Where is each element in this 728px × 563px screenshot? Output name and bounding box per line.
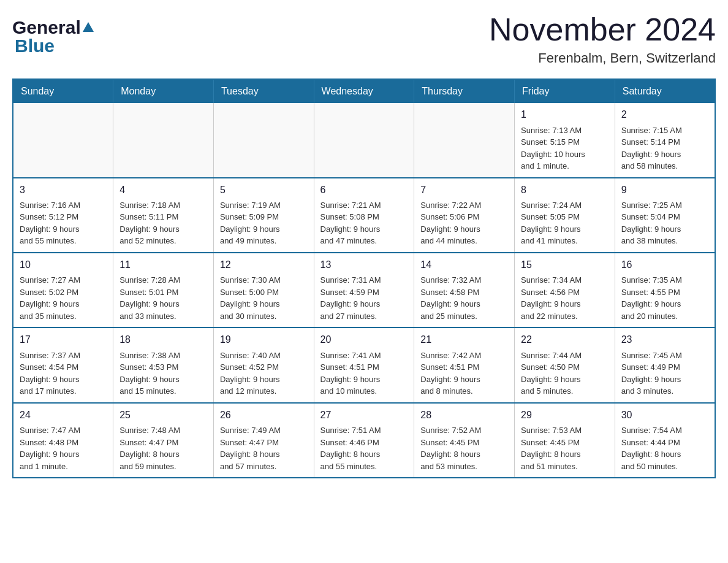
day-number: 8 xyxy=(521,183,609,197)
day-info: Sunrise: 7:22 AM Sunset: 5:06 PM Dayligh… xyxy=(420,199,508,247)
month-title: November 2024 xyxy=(489,12,716,47)
day-number: 26 xyxy=(220,408,308,422)
day-number: 25 xyxy=(119,408,207,422)
day-info: Sunrise: 7:24 AM Sunset: 5:05 PM Dayligh… xyxy=(521,199,609,247)
day-number: 9 xyxy=(621,183,708,197)
day-info: Sunrise: 7:49 AM Sunset: 4:47 PM Dayligh… xyxy=(220,424,308,472)
day-number: 16 xyxy=(621,258,708,272)
logo-general-text: General xyxy=(12,18,81,37)
calendar-cell: 24Sunrise: 7:47 AM Sunset: 4:48 PM Dayli… xyxy=(13,403,113,478)
svg-marker-0 xyxy=(83,22,94,32)
day-info: Sunrise: 7:41 AM Sunset: 4:51 PM Dayligh… xyxy=(320,350,408,397)
day-number: 28 xyxy=(420,408,508,422)
day-info: Sunrise: 7:32 AM Sunset: 4:58 PM Dayligh… xyxy=(420,274,508,322)
day-info: Sunrise: 7:25 AM Sunset: 5:04 PM Dayligh… xyxy=(621,199,708,247)
day-info: Sunrise: 7:13 AM Sunset: 5:15 PM Dayligh… xyxy=(521,124,609,172)
day-number: 3 xyxy=(20,183,107,197)
day-info: Sunrise: 7:15 AM Sunset: 5:14 PM Dayligh… xyxy=(621,124,708,172)
calendar-cell xyxy=(113,103,214,177)
calendar-cell: 6Sunrise: 7:21 AM Sunset: 5:08 PM Daylig… xyxy=(314,178,414,253)
day-info: Sunrise: 7:19 AM Sunset: 5:09 PM Dayligh… xyxy=(220,199,308,247)
calendar-cell xyxy=(213,103,314,177)
calendar-cell: 23Sunrise: 7:45 AM Sunset: 4:49 PM Dayli… xyxy=(615,327,715,402)
day-number: 23 xyxy=(621,333,708,347)
day-number: 13 xyxy=(320,258,408,272)
calendar-cell: 17Sunrise: 7:37 AM Sunset: 4:54 PM Dayli… xyxy=(13,327,113,402)
calendar-cell: 20Sunrise: 7:41 AM Sunset: 4:51 PM Dayli… xyxy=(314,327,414,402)
day-info: Sunrise: 7:53 AM Sunset: 4:45 PM Dayligh… xyxy=(521,424,609,472)
weekday-header: Monday xyxy=(113,79,214,103)
weekday-header: Sunday xyxy=(13,79,113,103)
calendar-cell: 27Sunrise: 7:51 AM Sunset: 4:46 PM Dayli… xyxy=(314,403,414,478)
day-number: 10 xyxy=(20,258,107,272)
calendar-cell: 10Sunrise: 7:27 AM Sunset: 5:02 PM Dayli… xyxy=(13,253,113,327)
day-number: 12 xyxy=(220,258,308,272)
calendar-cell: 30Sunrise: 7:54 AM Sunset: 4:44 PM Dayli… xyxy=(615,403,715,478)
day-number: 17 xyxy=(20,333,107,347)
calendar-cell: 28Sunrise: 7:52 AM Sunset: 4:45 PM Dayli… xyxy=(414,403,515,478)
calendar-cell: 4Sunrise: 7:18 AM Sunset: 5:11 PM Daylig… xyxy=(113,178,214,253)
calendar-cell xyxy=(13,103,113,177)
logo-blue-text: Blue xyxy=(15,37,96,55)
day-info: Sunrise: 7:27 AM Sunset: 5:02 PM Dayligh… xyxy=(20,274,107,322)
day-number: 18 xyxy=(119,333,207,347)
day-info: Sunrise: 7:16 AM Sunset: 5:12 PM Dayligh… xyxy=(20,199,107,247)
weekday-header-row: SundayMondayTuesdayWednesdayThursdayFrid… xyxy=(13,79,715,103)
calendar-cell: 25Sunrise: 7:48 AM Sunset: 4:47 PM Dayli… xyxy=(113,403,214,478)
day-info: Sunrise: 7:47 AM Sunset: 4:48 PM Dayligh… xyxy=(20,424,107,472)
weekday-header: Saturday xyxy=(615,79,715,103)
weekday-header: Thursday xyxy=(414,79,515,103)
page-header: General Blue November 2024 Ferenbalm, Be… xyxy=(12,12,716,66)
day-info: Sunrise: 7:40 AM Sunset: 4:52 PM Dayligh… xyxy=(220,350,308,397)
calendar-cell: 26Sunrise: 7:49 AM Sunset: 4:47 PM Dayli… xyxy=(213,403,314,478)
day-number: 27 xyxy=(320,408,408,422)
day-number: 22 xyxy=(521,333,609,347)
day-info: Sunrise: 7:35 AM Sunset: 4:55 PM Dayligh… xyxy=(621,274,708,322)
day-info: Sunrise: 7:28 AM Sunset: 5:01 PM Dayligh… xyxy=(119,274,207,322)
calendar-cell: 21Sunrise: 7:42 AM Sunset: 4:51 PM Dayli… xyxy=(414,327,515,402)
calendar-cell: 22Sunrise: 7:44 AM Sunset: 4:50 PM Dayli… xyxy=(515,327,615,402)
day-info: Sunrise: 7:18 AM Sunset: 5:11 PM Dayligh… xyxy=(119,199,207,247)
calendar-cell: 3Sunrise: 7:16 AM Sunset: 5:12 PM Daylig… xyxy=(13,178,113,253)
day-info: Sunrise: 7:45 AM Sunset: 4:49 PM Dayligh… xyxy=(621,350,708,397)
day-number: 5 xyxy=(220,183,308,197)
day-number: 1 xyxy=(521,108,609,121)
calendar-cell: 18Sunrise: 7:38 AM Sunset: 4:53 PM Dayli… xyxy=(113,327,214,402)
day-number: 29 xyxy=(521,408,609,422)
day-info: Sunrise: 7:38 AM Sunset: 4:53 PM Dayligh… xyxy=(119,350,207,397)
calendar-cell: 5Sunrise: 7:19 AM Sunset: 5:09 PM Daylig… xyxy=(213,178,314,253)
calendar-cell: 15Sunrise: 7:34 AM Sunset: 4:56 PM Dayli… xyxy=(515,253,615,327)
calendar-cell: 14Sunrise: 7:32 AM Sunset: 4:58 PM Dayli… xyxy=(414,253,515,327)
calendar-cell: 12Sunrise: 7:30 AM Sunset: 5:00 PM Dayli… xyxy=(213,253,314,327)
day-info: Sunrise: 7:44 AM Sunset: 4:50 PM Dayligh… xyxy=(521,350,609,397)
calendar-cell: 8Sunrise: 7:24 AM Sunset: 5:05 PM Daylig… xyxy=(515,178,615,253)
calendar-cell: 2Sunrise: 7:15 AM Sunset: 5:14 PM Daylig… xyxy=(615,103,715,177)
logo-arrow-icon xyxy=(82,21,95,34)
day-info: Sunrise: 7:54 AM Sunset: 4:44 PM Dayligh… xyxy=(621,424,708,472)
calendar-week-row: 3Sunrise: 7:16 AM Sunset: 5:12 PM Daylig… xyxy=(13,178,715,253)
day-info: Sunrise: 7:21 AM Sunset: 5:08 PM Dayligh… xyxy=(320,199,408,247)
day-info: Sunrise: 7:37 AM Sunset: 4:54 PM Dayligh… xyxy=(20,350,107,397)
calendar-cell: 11Sunrise: 7:28 AM Sunset: 5:01 PM Dayli… xyxy=(113,253,214,327)
calendar-cell: 16Sunrise: 7:35 AM Sunset: 4:55 PM Dayli… xyxy=(615,253,715,327)
calendar-cell: 7Sunrise: 7:22 AM Sunset: 5:06 PM Daylig… xyxy=(414,178,515,253)
day-number: 24 xyxy=(20,408,107,422)
calendar-week-row: 10Sunrise: 7:27 AM Sunset: 5:02 PM Dayli… xyxy=(13,253,715,327)
day-info: Sunrise: 7:51 AM Sunset: 4:46 PM Dayligh… xyxy=(320,424,408,472)
calendar-cell: 19Sunrise: 7:40 AM Sunset: 4:52 PM Dayli… xyxy=(213,327,314,402)
day-number: 30 xyxy=(621,408,708,422)
title-section: November 2024 Ferenbalm, Bern, Switzerla… xyxy=(489,12,716,66)
day-info: Sunrise: 7:48 AM Sunset: 4:47 PM Dayligh… xyxy=(119,424,207,472)
day-number: 15 xyxy=(521,258,609,272)
day-number: 19 xyxy=(220,333,308,347)
day-number: 2 xyxy=(621,108,708,121)
calendar-cell: 9Sunrise: 7:25 AM Sunset: 5:04 PM Daylig… xyxy=(615,178,715,253)
calendar-cell: 29Sunrise: 7:53 AM Sunset: 4:45 PM Dayli… xyxy=(515,403,615,478)
day-info: Sunrise: 7:52 AM Sunset: 4:45 PM Dayligh… xyxy=(420,424,508,472)
calendar-week-row: 17Sunrise: 7:37 AM Sunset: 4:54 PM Dayli… xyxy=(13,327,715,402)
day-number: 4 xyxy=(119,183,207,197)
calendar-cell xyxy=(414,103,515,177)
calendar-cell xyxy=(314,103,414,177)
day-number: 11 xyxy=(119,258,207,272)
day-number: 14 xyxy=(420,258,508,272)
